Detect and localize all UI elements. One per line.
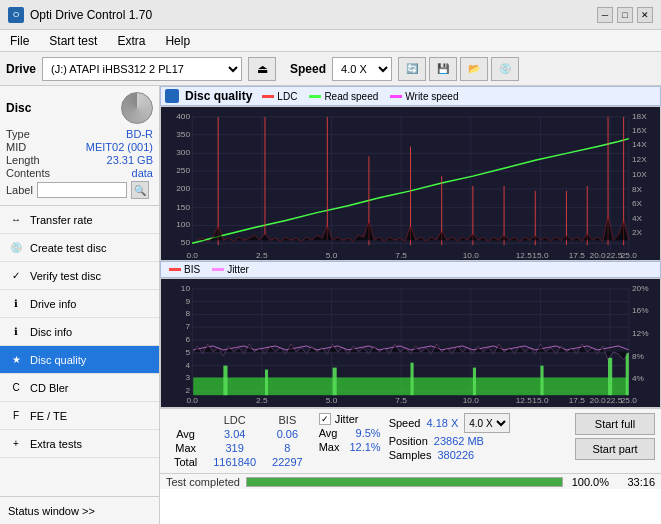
sidebar-item-transfer-rate[interactable]: ↔ Transfer rate [0,206,159,234]
svg-text:12%: 12% [632,329,649,338]
svg-rect-105 [411,363,414,395]
verify-test-disc-icon: ✓ [8,268,24,284]
svg-text:4: 4 [185,361,190,370]
label-apply-button[interactable]: 🔍 [131,181,149,199]
close-button[interactable]: ✕ [637,7,653,23]
start-part-button[interactable]: Start part [575,438,655,460]
speed-icon-4[interactable]: 💿 [491,57,519,81]
svg-text:6: 6 [185,335,190,344]
svg-text:25.0: 25.0 [621,251,638,260]
status-text: Test completed [166,476,240,488]
menu-start-test[interactable]: Start test [43,32,103,50]
stats-ldc-total: 1161840 [205,455,264,469]
speed-icon-2[interactable]: 💾 [429,57,457,81]
sidebar-label-extra-tests: Extra tests [30,438,82,450]
legend-read-speed-label: Read speed [324,91,378,102]
svg-text:14X: 14X [632,141,647,150]
sidebar-nav: ↔ Transfer rate 💿 Create test disc ✓ Ver… [0,206,159,496]
sidebar-item-fe-te[interactable]: F FE / TE [0,402,159,430]
speed-icon-3[interactable]: 📂 [460,57,488,81]
minimize-button[interactable]: ─ [597,7,613,23]
stats-ldc-avg: 3.04 [205,427,264,441]
svg-text:7.5: 7.5 [395,251,407,260]
stats-bis-max: 8 [264,441,311,455]
sidebar-item-create-test-disc[interactable]: 💿 Create test disc [0,234,159,262]
stats-label-max: Max [166,441,205,455]
jitter-section: ✓ Jitter Avg 9.5% Max 12.1% [319,413,381,453]
stats-label-avg: Avg [166,427,205,441]
menu-extra[interactable]: Extra [111,32,151,50]
svg-text:17.5: 17.5 [569,396,586,405]
svg-text:350: 350 [176,130,190,139]
legend-bis: BIS [169,264,200,275]
samples-label: Samples [389,449,432,461]
svg-text:2.5: 2.5 [256,251,268,260]
progress-bar-outer [246,477,563,487]
svg-rect-102 [223,366,227,396]
stats-bis-total: 22297 [264,455,311,469]
svg-text:18X: 18X [632,112,647,121]
legend-write-speed-color [390,95,402,98]
sidebar: Disc Type BD-R MID MEIT02 (001) Length 2… [0,86,160,524]
svg-text:9: 9 [185,297,190,306]
transfer-rate-icon: ↔ [8,212,24,228]
maximize-button[interactable]: □ [617,7,633,23]
svg-rect-104 [333,368,337,396]
svg-text:20.0: 20.0 [590,396,607,405]
stats-ldc-max: 319 [205,441,264,455]
eject-button[interactable]: ⏏ [248,57,276,81]
titlebar: O Opti Drive Control 1.70 ─ □ ✕ [0,0,661,30]
status-window-button[interactable]: Status window >> [0,496,159,524]
speed-section: Speed 4.18 X 4.0 X Position 23862 MB Sam… [389,413,511,461]
svg-text:8%: 8% [632,352,644,361]
progress-time: 33:16 [615,476,655,488]
svg-text:16X: 16X [632,126,647,135]
position-label: Position [389,435,428,447]
menu-file[interactable]: File [4,32,35,50]
disc-section-label: Disc [6,101,31,115]
menu-help[interactable]: Help [159,32,196,50]
svg-text:0.0: 0.0 [186,251,198,260]
svg-text:250: 250 [176,166,190,175]
legend-write-speed-label: Write speed [405,91,458,102]
progress-bar-container: Test completed 100.0% 33:16 [160,473,661,489]
sidebar-item-disc-info[interactable]: ℹ Disc info [0,318,159,346]
svg-text:8: 8 [185,310,190,319]
app-title: Opti Drive Control 1.70 [30,8,152,22]
chart-legend: LDC Read speed Write speed [262,91,458,102]
svg-text:2X: 2X [632,229,643,238]
svg-rect-103 [265,370,268,396]
speed-select[interactable]: 4.0 X 8.0 X [332,57,392,81]
position-val: 23862 MB [434,435,484,447]
svg-text:15.0: 15.0 [532,251,549,260]
sidebar-item-disc-quality[interactable]: ★ Disc quality [0,346,159,374]
sidebar-item-drive-info[interactable]: ℹ Drive info [0,290,159,318]
menubar: File Start test Extra Help [0,30,661,52]
speed-stat-select[interactable]: 4.0 X [464,413,510,433]
legend-jitter-color [212,268,224,271]
svg-text:2.5: 2.5 [256,396,268,405]
speed-stat-label: Speed [389,417,421,429]
speed-icon-1[interactable]: 🔄 [398,57,426,81]
sidebar-label-transfer-rate: Transfer rate [30,214,93,226]
disc-quality-icon: ★ [8,352,24,368]
drive-select[interactable]: (J:) ATAPI iHBS312 2 PL17 [42,57,242,81]
legend-read-speed: Read speed [309,91,378,102]
legend-read-speed-color [309,95,321,98]
sidebar-item-extra-tests[interactable]: + Extra tests [0,430,159,458]
svg-text:0.0: 0.0 [186,396,198,405]
legend-jitter: Jitter [212,264,249,275]
legend-bis-color [169,268,181,271]
sidebar-item-verify-test-disc[interactable]: ✓ Verify test disc [0,262,159,290]
bis-chart-header: BIS Jitter [160,261,661,278]
sidebar-item-cd-bler[interactable]: C CD Bler [0,374,159,402]
svg-text:4%: 4% [632,375,644,384]
start-full-button[interactable]: Start full [575,413,655,435]
jitter-max-val: 12.1% [349,441,380,453]
svg-text:10: 10 [181,284,191,293]
jitter-checkbox[interactable]: ✓ [319,413,331,425]
stats-col-empty [166,413,205,427]
disc-label-input[interactable] [37,182,127,198]
svg-rect-107 [540,366,543,396]
app-icon: O [8,7,24,23]
